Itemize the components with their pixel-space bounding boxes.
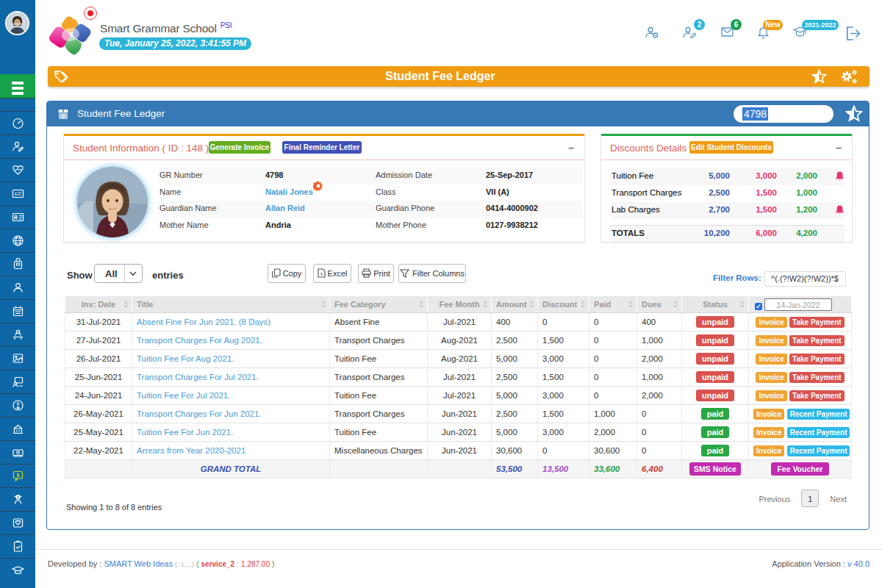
svg-text:$: $ (16, 473, 19, 478)
svg-text:x: x (320, 271, 323, 276)
svg-text:$: $ (16, 401, 19, 406)
svg-text:$: $ (15, 192, 17, 196)
svg-text:$: $ (62, 114, 65, 120)
